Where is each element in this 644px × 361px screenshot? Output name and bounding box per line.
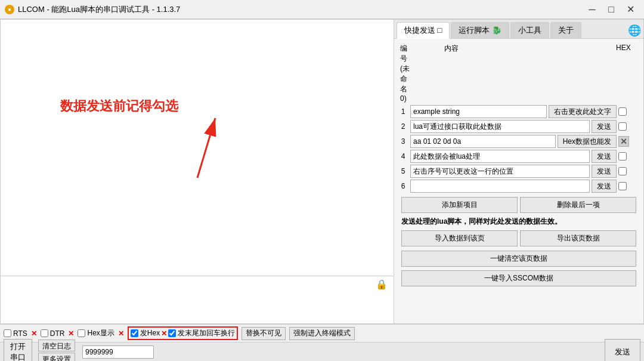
row6-send-btn[interactable]: 发送 (592, 180, 617, 193)
row1-num: 1 (398, 107, 408, 116)
dtr-x: ✕ (68, 329, 74, 338)
annotation-area: 数据发送前记得勾选 (1, 20, 394, 276)
col-hex-header: HEX (616, 44, 637, 103)
table-row: 6 发送 (398, 180, 640, 193)
right-panel: 快捷发送 □ 运行脚本 🐉 小工具 关于 🌐 编号 (未命名0) 内容 HEX (394, 19, 644, 324)
row3-input[interactable] (410, 135, 556, 148)
title-bar: ● LLCOM - 能跑Lua脚本的串口调试工具 - 1.1.3.7 ─ □ ✕ (0, 0, 644, 19)
col-action-header (533, 44, 614, 103)
row2-input[interactable] (410, 120, 590, 133)
row4-input[interactable] (410, 150, 590, 163)
table-row: 2 发送 (398, 120, 640, 133)
row6-checkbox[interactable] (618, 182, 627, 190)
annotation-text: 数据发送前记得勾选 (60, 97, 178, 115)
force-terminal-btn[interactable]: 强制进入终端模式 (289, 327, 355, 340)
send-hex-checkbox[interactable] (131, 329, 138, 337)
row5-send-btn[interactable]: 发送 (592, 165, 617, 178)
send-hex-label[interactable]: 发Hex (131, 328, 160, 338)
tab-bar: 快捷发送 □ 运行脚本 🐉 小工具 关于 🌐 (394, 20, 643, 39)
app-icon: ● (5, 5, 14, 14)
svg-line-1 (197, 118, 215, 178)
row3-close-btn[interactable]: ✕ (618, 136, 629, 147)
table-row: 4 发送 (398, 150, 640, 163)
main-send-btn[interactable]: 发送 (605, 339, 640, 362)
panel-content: 编号 (未命名0) 内容 HEX 1 右击更改此处文字 2 发送 (394, 39, 643, 323)
col-num-header: 编号 (未命名0) (400, 44, 412, 103)
import-export-row: 导入数据到该页 导出该页数据 (398, 228, 640, 249)
no-replace-btn[interactable]: 替换不可见 (242, 327, 286, 340)
send-input-row: 打开 串口 清空日志 更多设置 发送 (0, 342, 644, 361)
row5-input[interactable] (410, 165, 590, 178)
minimize-button[interactable]: ─ (583, 4, 601, 16)
hex-display-x: ✕ (118, 329, 124, 338)
row6-input[interactable] (410, 180, 590, 193)
more-settings-btn[interactable]: 更多设置 (38, 353, 75, 362)
open-port-label: 打开 (10, 341, 26, 352)
dtr-text: DTR (50, 329, 65, 338)
table-header: 编号 (未命名0) 内容 HEX (398, 42, 640, 104)
action-buttons-row: 添加新项目 删除最后一项 (398, 195, 640, 215)
table-row: 3 Hex数据也能发 ✕ (398, 135, 640, 148)
log-controls: 清空日志 更多设置 (38, 340, 75, 362)
send-hex-text: 发Hex (140, 328, 160, 338)
row5-num: 5 (398, 167, 408, 175)
remove-last-btn[interactable]: 删除最后一项 (520, 197, 636, 213)
table-row: 5 发送 (398, 165, 640, 178)
hex-display-text: Hex显示 (87, 328, 114, 338)
row6-num: 6 (398, 182, 408, 190)
window-controls: ─ □ ✕ (583, 4, 639, 16)
row3-num: 3 (398, 137, 408, 146)
dtr-checkbox[interactable] (41, 329, 48, 337)
send-hex-x: ✕ (161, 329, 167, 338)
hex-display-label[interactable]: Hex显示 (78, 328, 114, 338)
tab-tools-label: 小工具 (518, 26, 541, 35)
tab-quicksend-label: 快捷发送 □ (404, 26, 442, 35)
row5-checkbox[interactable] (618, 167, 627, 175)
import-data-btn[interactable]: 导入数据到该页 (401, 230, 518, 246)
row1-checkbox[interactable] (618, 107, 627, 116)
tab-tools[interactable]: 小工具 (510, 22, 549, 38)
col-content-header: 内容 (444, 44, 531, 103)
clear-page-btn[interactable]: 一键清空该页数据 (401, 251, 636, 267)
clear-log-btn[interactable]: 清空日志 (38, 340, 75, 351)
tab-runscript[interactable]: 运行脚本 🐉 (451, 22, 509, 38)
rts-checkbox[interactable] (4, 329, 11, 337)
rts-label[interactable]: RTS (4, 329, 27, 338)
crlf-label[interactable]: 发末尾加回车换行 (168, 328, 235, 338)
tab-about[interactable]: 关于 (550, 22, 581, 38)
annotation-arrow (162, 112, 233, 184)
tab-about-label: 关于 (558, 26, 574, 35)
dtr-label[interactable]: DTR (41, 329, 65, 338)
left-bottom-section: 🔒 (1, 276, 394, 323)
row4-send-btn[interactable]: 发送 (592, 150, 617, 163)
left-panel: 数据发送前记得勾选 🔒 (0, 19, 394, 324)
global-icon[interactable]: 🌐 (628, 24, 641, 37)
app-title: LLCOM - 能跑Lua脚本的串口调试工具 - 1.1.3.7 (18, 4, 180, 15)
export-data-btn[interactable]: 导出该页数据 (520, 230, 636, 246)
send-text-input[interactable] (82, 345, 154, 359)
close-button[interactable]: ✕ (621, 4, 639, 16)
row1-input[interactable] (410, 105, 547, 118)
import-sscom-btn[interactable]: 一键导入SSCOM数据 (401, 270, 636, 286)
row1-action-btn[interactable]: 右击更改此处文字 (549, 105, 617, 118)
hex-display-checkbox[interactable] (78, 329, 85, 337)
row4-checkbox[interactable] (618, 152, 627, 161)
tab-quicksend[interactable]: 快捷发送 □ (397, 22, 450, 39)
rts-text: RTS (13, 329, 27, 338)
crlf-checkbox[interactable] (168, 329, 176, 337)
crlf-text: 发末尾加回车换行 (178, 328, 235, 338)
info-text: 发送处理的lua脚本，同样对此处发送的数据生效。 (398, 215, 640, 228)
lock-icon: 🔒 (376, 279, 388, 290)
row3-action-btn[interactable]: Hex数据也能发 (558, 135, 617, 148)
port-label: 串口 (10, 352, 26, 362)
rts-x: ✕ (31, 329, 37, 338)
table-row: 1 右击更改此处文字 (398, 105, 640, 118)
maximize-button[interactable]: □ (602, 4, 620, 16)
row2-checkbox[interactable] (618, 122, 627, 131)
row2-send-btn[interactable]: 发送 (592, 120, 617, 133)
open-port-btn[interactable]: 打开 串口 (4, 339, 32, 362)
bottom-toolbar: RTS ✕ DTR ✕ Hex显示 ✕ 发Hex ✕ 发末尾加回车换行 替换不可… (0, 324, 644, 342)
add-item-btn[interactable]: 添加新项目 (401, 197, 518, 213)
main-layout: 数据发送前记得勾选 🔒 快捷发送 □ 运行脚本 🐉 (0, 19, 644, 324)
row4-num: 4 (398, 152, 408, 161)
